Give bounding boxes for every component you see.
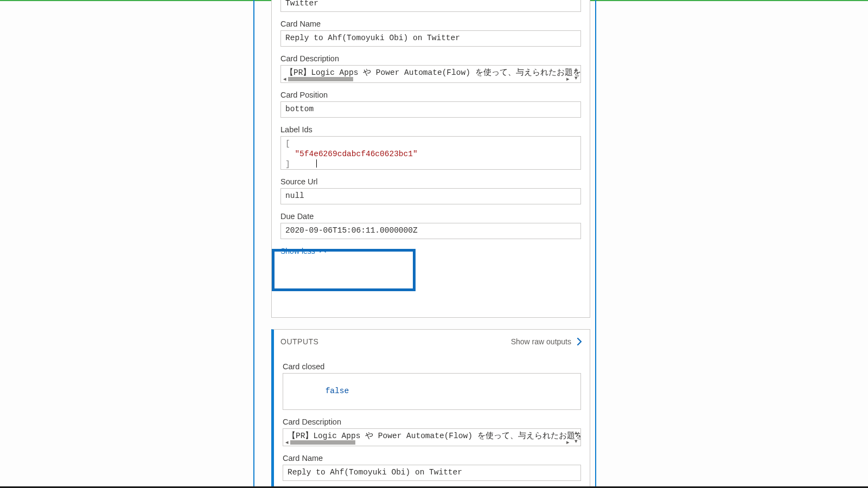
chevron-right-icon: [577, 338, 582, 345]
card-closed-label: Card closed: [283, 362, 581, 371]
card-name-label: Card Name: [280, 20, 581, 28]
json-bracket-close: ]: [285, 160, 290, 169]
card-closed-value-text: false: [326, 387, 349, 395]
show-raw-outputs-link[interactable]: Show raw outputs: [511, 337, 582, 346]
scroll-down-icon[interactable]: ▾: [572, 438, 580, 444]
card-position-value[interactable]: bottom: [280, 101, 581, 118]
scroll-down-icon[interactable]: ▾: [572, 74, 580, 81]
card-position-label: Card Position: [280, 91, 581, 99]
scroll-left-icon[interactable]: ◂: [281, 75, 288, 82]
scroll-right-icon[interactable]: ▸: [564, 439, 571, 446]
scroll-right-icon[interactable]: ▸: [564, 75, 571, 82]
scroll-up-icon[interactable]: ▴: [572, 429, 580, 435]
chevron-up-icon: [320, 249, 326, 253]
show-less-link[interactable]: Show less: [280, 247, 326, 255]
scroll-track[interactable]: [288, 77, 564, 81]
label-ids-value[interactable]: [ "5f4e6269cdabcf46c0623bc1" ]: [280, 136, 581, 170]
scroll-left-icon[interactable]: ◂: [283, 439, 290, 446]
connector-line-left: [253, 0, 254, 486]
output-card-description-label: Card Description: [283, 418, 581, 426]
scroll-thumb[interactable]: [290, 440, 355, 445]
text-caret: [316, 159, 317, 168]
source-url-label: Source Url: [280, 177, 581, 186]
due-date-label: Due Date: [280, 212, 581, 221]
inputs-card: Twitter Card Name Reply to Ahf(Tomoyuki …: [271, 0, 590, 318]
scroll-up-icon[interactable]: ▴: [572, 66, 580, 72]
card-description-label: Card Description: [280, 54, 581, 63]
horizontal-scrollbar[interactable]: ◂ ▸: [281, 75, 571, 82]
show-less-text: Show less: [280, 247, 315, 255]
stage: Twitter Card Name Reply to Ahf(Tomoyuki …: [0, 0, 868, 488]
vertical-scrollbar[interactable]: ▴ ▾: [572, 66, 580, 81]
card-closed-value[interactable]: false: [283, 373, 581, 410]
due-date-value[interactable]: 2020-09-06T15:06:11.0000000Z: [280, 223, 581, 239]
horizontal-scrollbar[interactable]: ◂ ▸: [283, 439, 571, 446]
json-bracket-open: [: [285, 139, 290, 148]
connector-line-right: [595, 0, 596, 486]
show-raw-outputs-text: Show raw outputs: [511, 337, 571, 346]
output-card-name-value[interactable]: Reply to Ahf(Tomoyuki Obi) on Twitter: [283, 465, 581, 481]
outputs-title: OUTPUTS: [280, 337, 318, 346]
card-name-value[interactable]: Reply to Ahf(Tomoyuki Obi) on Twitter: [280, 30, 581, 47]
json-label-id-string: "5f4e6269cdabcf46c0623bc1": [295, 150, 417, 158]
vertical-scrollbar[interactable]: ▴ ▾: [572, 429, 580, 444]
source-url-value[interactable]: null: [280, 188, 581, 204]
label-ids-label: Label Ids: [280, 125, 581, 134]
output-card-name-label: Card Name: [283, 454, 581, 463]
scroll-track[interactable]: [290, 440, 564, 445]
list-name-value[interactable]: Twitter: [280, 0, 581, 12]
scroll-thumb[interactable]: [288, 77, 353, 81]
outputs-card: OUTPUTS Show raw outputs Card closed fal…: [271, 329, 590, 488]
